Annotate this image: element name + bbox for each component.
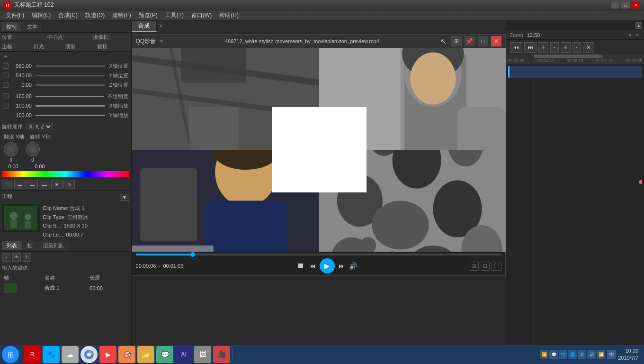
timeline-track-1[interactable] bbox=[508, 66, 642, 78]
transport-add2[interactable]: + bbox=[561, 42, 571, 53]
menu-file[interactable]: 文件(F) bbox=[2, 10, 28, 20]
menu-edit[interactable]: 编辑(E) bbox=[28, 10, 54, 20]
z-slider[interactable] bbox=[36, 84, 106, 86]
icon-btn-3[interactable]: ▬ bbox=[27, 180, 38, 189]
play-button[interactable]: ▶ bbox=[320, 258, 335, 273]
refresh-icon[interactable]: ↻ bbox=[23, 253, 31, 262]
screenshot-btn[interactable]: ⊞ bbox=[470, 262, 479, 271]
taskbar-icon-4[interactable]: 🌐 bbox=[568, 350, 577, 359]
tab-compose[interactable]: 合成 bbox=[132, 21, 157, 32]
y-slider[interactable] bbox=[36, 75, 105, 76]
progress-thumb[interactable] bbox=[190, 252, 195, 257]
tab-control[interactable]: 控制 bbox=[1, 22, 22, 31]
subtab-render[interactable]: 渲染列队 bbox=[38, 241, 69, 250]
taskbar-app-3[interactable]: ☁ bbox=[62, 346, 79, 363]
taskbar-app-8[interactable]: 🖼 bbox=[194, 346, 211, 363]
prev-button[interactable]: ⏮ bbox=[308, 261, 317, 271]
progress-track[interactable] bbox=[136, 254, 501, 255]
taskbar-wifi-icon[interactable]: 📶 bbox=[597, 350, 605, 359]
x-checkbox[interactable] bbox=[3, 63, 9, 69]
transport-forward[interactable]: ⏭ bbox=[524, 42, 537, 53]
menu-tools[interactable]: 工具(T) bbox=[161, 10, 188, 20]
minimize-button[interactable]: ─ bbox=[611, 2, 619, 9]
xscale-slider[interactable] bbox=[36, 105, 105, 107]
taskbar-app-1[interactable]: R bbox=[24, 346, 41, 363]
hscroll-thumb[interactable] bbox=[534, 55, 603, 58]
crop-btn[interactable]: ⊡ bbox=[481, 262, 490, 271]
subtab-list[interactable]: 列表 bbox=[2, 241, 22, 250]
menu-track[interactable]: 轨道(O) bbox=[81, 10, 108, 20]
taskbar-icon-2[interactable]: 💬 bbox=[549, 350, 558, 359]
player-screenshot-btn[interactable]: ⊞ bbox=[451, 36, 462, 46]
taskbar-icon-3[interactable]: 🛡 bbox=[559, 350, 567, 359]
timeline-hscroll[interactable] bbox=[506, 55, 644, 58]
taskbar-clock[interactable]: 10:20 2019/7/7 bbox=[618, 347, 638, 362]
icon-btn-6[interactable]: ⊘ bbox=[63, 180, 75, 189]
timeline-right-arrow[interactable]: ► bbox=[635, 32, 640, 37]
yscale-slider[interactable] bbox=[36, 115, 105, 116]
start-button[interactable]: ⊞ bbox=[2, 346, 19, 363]
menu-preview[interactable]: 预览(P) bbox=[135, 10, 161, 20]
x-slider[interactable] bbox=[36, 65, 105, 67]
icon-btn-1[interactable]: ⬛ bbox=[2, 180, 13, 189]
menu-filter[interactable]: 滤镜(F) bbox=[108, 10, 134, 20]
transport-sub1[interactable]: - bbox=[550, 42, 559, 53]
transport-clear[interactable]: ✕ bbox=[583, 42, 594, 53]
color-gradient-bar[interactable] bbox=[2, 171, 129, 177]
taskbar-icon-5[interactable]: ⚙ bbox=[578, 350, 586, 359]
next-button[interactable]: ⏭ bbox=[338, 261, 346, 271]
transport-add1[interactable]: + bbox=[538, 42, 548, 53]
taskbar-icon-6[interactable]: 🔊 bbox=[587, 350, 596, 359]
player-full-btn[interactable]: □ bbox=[478, 36, 488, 46]
menu-help[interactable]: 帮助(H) bbox=[215, 10, 242, 20]
right-expand-btn[interactable]: ▲ bbox=[635, 22, 642, 29]
transport-rewind[interactable]: ⏮ bbox=[510, 42, 522, 53]
close-button[interactable]: ✕ bbox=[632, 2, 640, 9]
eye-icon[interactable]: 👁 bbox=[12, 253, 21, 262]
taskbar-app-7[interactable]: 💬 bbox=[156, 346, 173, 363]
add-button[interactable]: + bbox=[2, 53, 9, 60]
rot-dial-y: 0 bbox=[26, 142, 40, 163]
dial-y[interactable] bbox=[26, 142, 40, 156]
y-checkbox[interactable] bbox=[3, 73, 9, 78]
tab-close-btn[interactable]: ✕ bbox=[157, 23, 165, 29]
taskbar-app-9[interactable]: 🎥 bbox=[213, 346, 230, 363]
icon-btn-5[interactable]: ✱ bbox=[51, 180, 63, 189]
taskbar-app-ae[interactable]: Ai bbox=[175, 346, 192, 363]
opacity-checkbox[interactable] bbox=[3, 93, 9, 99]
menu-compose[interactable]: 合成(C) bbox=[54, 10, 81, 20]
ruler-marks: 00:04.00 00:04.20 00:05.15 00:06.10 00:0… bbox=[506, 58, 644, 63]
maximize-button[interactable]: □ bbox=[621, 2, 630, 9]
taskbar-app-2[interactable]: 🐾 bbox=[43, 346, 60, 363]
opacity-slider[interactable] bbox=[36, 96, 104, 97]
taskbar-app-4[interactable]: ▶ bbox=[99, 346, 116, 363]
player-pin-btn[interactable]: 📌 bbox=[465, 36, 475, 46]
icon-btn-4[interactable]: ▬ bbox=[39, 180, 50, 189]
dial-x[interactable] bbox=[4, 142, 18, 156]
taskbar-icon-1[interactable]: 🔼 bbox=[540, 350, 548, 359]
transport-sub2[interactable]: - bbox=[572, 42, 581, 53]
player-close-btn[interactable]: ✕ bbox=[491, 36, 501, 46]
clip-thumbnail bbox=[2, 204, 40, 232]
volume-button[interactable]: 🔊 bbox=[349, 262, 357, 270]
project-expand-btn[interactable]: ▼ bbox=[120, 194, 129, 201]
new-comp-icon[interactable]: + bbox=[2, 253, 10, 262]
input-method[interactable]: 中 bbox=[607, 350, 616, 359]
right-top-controls: ▲ bbox=[506, 21, 644, 30]
taskbar-app-5[interactable]: 🎯 bbox=[118, 346, 135, 363]
menu-window[interactable]: 窗口(W) bbox=[188, 10, 215, 20]
fullscreen-btn[interactable]: ⛶ bbox=[492, 262, 501, 271]
timeline-left-arrow[interactable]: ◄ bbox=[627, 32, 632, 37]
player-dropdown-icon[interactable]: ▼ bbox=[159, 38, 164, 44]
scroll-indicator bbox=[639, 180, 642, 184]
taskbar-app-6[interactable]: 📂 bbox=[137, 346, 154, 363]
subtab-frame[interactable]: 帧 bbox=[23, 241, 37, 250]
xscale-checkbox[interactable] bbox=[3, 103, 9, 109]
tab-text[interactable]: 文本 bbox=[22, 22, 43, 31]
rotation-order-select[interactable]: X, Y, Z bbox=[27, 123, 53, 130]
stop-button[interactable]: ⏹ bbox=[296, 261, 305, 271]
player-filename: 489712_white-stylish-movements_by_moviep… bbox=[167, 38, 437, 44]
taskbar-app-chrome[interactable] bbox=[80, 346, 98, 363]
z-checkbox[interactable] bbox=[3, 82, 9, 88]
icon-btn-2[interactable]: ▬ bbox=[14, 180, 26, 189]
